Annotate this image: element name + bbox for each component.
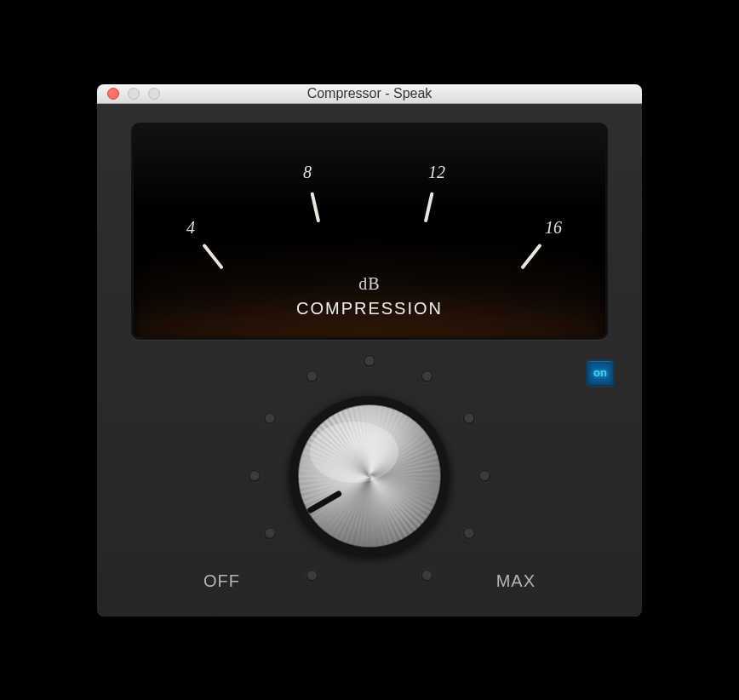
plugin-window: Compressor - Speak 048121620 dB COMPRESS… (97, 84, 642, 617)
svg-text:16: 16 (545, 218, 562, 237)
svg-point-30 (480, 471, 490, 480)
vu-name-label: COMPRESSION (296, 299, 443, 318)
compression-knob[interactable] (225, 348, 514, 587)
on-button-label: on (593, 366, 607, 379)
svg-line-4 (312, 193, 318, 220)
svg-line-0 (134, 339, 154, 340)
knob-area: OFF MAX (191, 348, 548, 591)
zoom-button[interactable] (148, 88, 160, 100)
on-button[interactable]: on (586, 359, 615, 387)
svg-line-8 (523, 245, 540, 267)
svg-point-14 (307, 570, 317, 579)
svg-point-28 (464, 413, 473, 422)
svg-point-22 (307, 371, 317, 381)
window-title: Compressor - Speak (97, 86, 642, 101)
svg-point-32 (464, 528, 473, 537)
svg-text:8: 8 (303, 162, 312, 181)
vu-meter: 048121620 dB COMPRESSION (131, 123, 608, 340)
svg-point-24 (365, 356, 375, 365)
svg-point-118 (310, 422, 398, 483)
titlebar[interactable]: Compressor - Speak (97, 84, 642, 104)
close-button[interactable] (107, 88, 119, 100)
svg-point-16 (266, 528, 275, 537)
knob-max-label: MAX (496, 571, 536, 591)
svg-point-18 (250, 471, 260, 480)
svg-point-26 (422, 371, 432, 381)
plugin-body: 048121620 dB COMPRESSION on OFF MAX (97, 104, 642, 617)
minimize-button[interactable] (128, 88, 140, 100)
svg-text:4: 4 (186, 218, 195, 237)
svg-line-2 (204, 245, 221, 267)
svg-marker-12 (134, 324, 341, 339)
svg-line-6 (426, 193, 432, 220)
knob-off-label: OFF (203, 571, 240, 591)
svg-line-10 (590, 339, 608, 340)
svg-point-20 (266, 413, 275, 422)
svg-point-34 (422, 570, 432, 579)
svg-text:12: 12 (428, 162, 445, 181)
traffic-lights (97, 88, 160, 100)
vu-unit-label: dB (358, 274, 380, 294)
